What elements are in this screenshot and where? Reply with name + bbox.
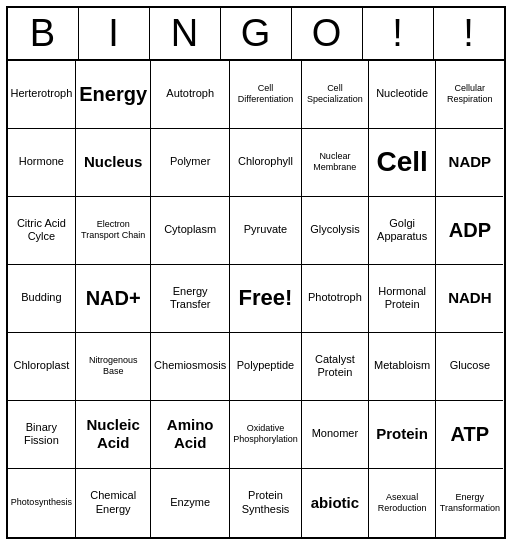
bingo-cell-22: NAD+	[76, 265, 151, 333]
bingo-cell-9: Polymer	[151, 129, 230, 197]
bingo-cell-16: Cytoplasm	[151, 197, 230, 265]
bingo-cell-37: Amino Acid	[151, 401, 230, 469]
bingo-cell-29: Nitrogenous Base	[76, 333, 151, 401]
bingo-cell-23: Energy Transfer	[151, 265, 230, 333]
bingo-cell-43: Chemical Energy	[76, 469, 151, 537]
bingo-cell-48: Energy Transformation	[436, 469, 503, 537]
header-letter-1: I	[79, 8, 150, 59]
bingo-cell-40: Protein	[369, 401, 436, 469]
bingo-cell-2: Autotroph	[151, 61, 230, 129]
bingo-grid: HerterotrophEnergyAutotrophCell Differen…	[8, 61, 504, 537]
bingo-cell-42: Photosynthesis	[8, 469, 77, 537]
bingo-cell-32: Catalyst Protein	[302, 333, 369, 401]
bingo-cell-0: Herterotroph	[8, 61, 77, 129]
bingo-cell-44: Enzyme	[151, 469, 230, 537]
bingo-cell-1: Energy	[76, 61, 151, 129]
bingo-cell-5: Nucleotide	[369, 61, 436, 129]
bingo-cell-33: Metabloism	[369, 333, 436, 401]
bingo-cell-28: Chloroplast	[8, 333, 77, 401]
bingo-cell-6: Cellular Respiration	[436, 61, 503, 129]
bingo-cell-39: Monomer	[302, 401, 369, 469]
bingo-cell-15: Electron Transport Chain	[76, 197, 151, 265]
bingo-cell-20: ADP	[436, 197, 503, 265]
bingo-cell-41: ATP	[436, 401, 503, 469]
bingo-cell-3: Cell Differentiation	[230, 61, 302, 129]
bingo-cell-25: Phototroph	[302, 265, 369, 333]
bingo-cell-17: Pyruvate	[230, 197, 302, 265]
bingo-cell-35: Binary Fission	[8, 401, 77, 469]
bingo-cell-13: NADP	[436, 129, 503, 197]
bingo-cell-18: Glycolysis	[302, 197, 369, 265]
bingo-cell-24: Free!	[230, 265, 302, 333]
bingo-cell-4: Cell Specialization	[302, 61, 369, 129]
bingo-cell-46: abiotic	[302, 469, 369, 537]
bingo-cell-21: Budding	[8, 265, 77, 333]
bingo-cell-11: Nuclear Membrane	[302, 129, 369, 197]
bingo-cell-36: Nucleic Acid	[76, 401, 151, 469]
bingo-cell-27: NADH	[436, 265, 503, 333]
bingo-cell-26: Hormonal Protein	[369, 265, 436, 333]
header-letter-6: !	[434, 8, 504, 59]
bingo-header: BINGO!!	[8, 8, 504, 61]
bingo-cell-12: Cell	[369, 129, 436, 197]
bingo-cell-10: Chlorophyll	[230, 129, 302, 197]
bingo-cell-30: Chemiosmosis	[151, 333, 230, 401]
bingo-cell-31: Polypeptide	[230, 333, 302, 401]
header-letter-4: O	[292, 8, 363, 59]
bingo-cell-14: Citric Acid Cylce	[8, 197, 77, 265]
header-letter-5: !	[363, 8, 434, 59]
bingo-cell-45: Protein Synthesis	[230, 469, 302, 537]
bingo-card: BINGO!! HerterotrophEnergyAutotrophCell …	[6, 6, 506, 539]
bingo-cell-7: Hormone	[8, 129, 77, 197]
header-letter-0: B	[8, 8, 79, 59]
bingo-cell-38: Oxidative Phosphorylation	[230, 401, 302, 469]
bingo-cell-47: Asexual Reroduction	[369, 469, 436, 537]
bingo-cell-34: Glucose	[436, 333, 503, 401]
bingo-cell-19: Golgi Apparatus	[369, 197, 436, 265]
bingo-cell-8: Nucleus	[76, 129, 151, 197]
header-letter-2: N	[150, 8, 221, 59]
header-letter-3: G	[221, 8, 292, 59]
